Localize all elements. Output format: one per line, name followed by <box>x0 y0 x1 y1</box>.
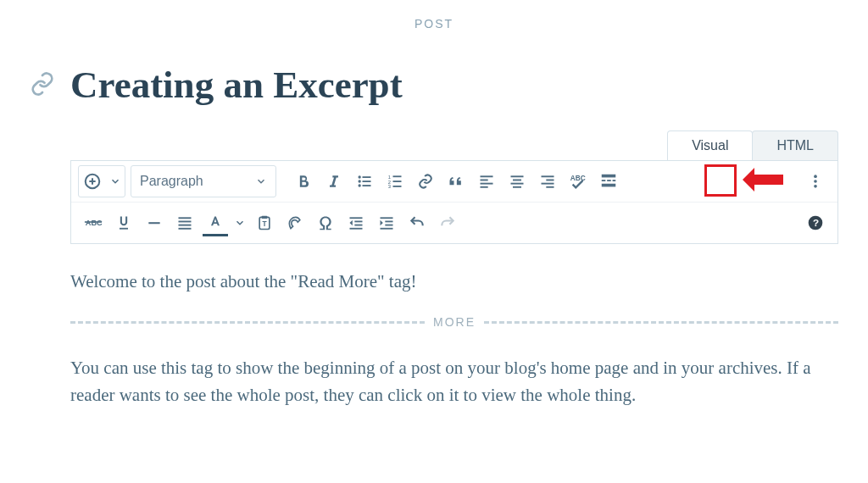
text-color-button[interactable] <box>200 208 231 238</box>
svg-point-33 <box>814 185 817 188</box>
svg-point-31 <box>814 175 817 178</box>
svg-rect-47 <box>354 224 362 225</box>
underline-button[interactable] <box>108 208 139 238</box>
svg-rect-38 <box>179 217 192 219</box>
svg-rect-52 <box>381 227 393 229</box>
svg-rect-24 <box>546 186 554 187</box>
svg-rect-16 <box>481 186 488 187</box>
align-right-button[interactable] <box>532 166 563 197</box>
add-block-menu[interactable] <box>106 167 125 196</box>
svg-rect-14 <box>481 179 488 180</box>
help-button[interactable]: ? <box>800 208 831 238</box>
clear-formatting-button[interactable] <box>280 208 310 238</box>
horizontal-rule-button[interactable] <box>139 208 170 238</box>
toolbar-overflow-button[interactable] <box>800 166 831 197</box>
svg-text:3: 3 <box>388 184 391 189</box>
svg-rect-50 <box>385 220 392 222</box>
redo-button[interactable] <box>432 208 463 238</box>
svg-rect-15 <box>481 182 493 184</box>
block-format-value: Paragraph <box>140 174 203 189</box>
svg-rect-19 <box>511 182 524 184</box>
content-paragraph: You can use this tag to show the beginni… <box>70 354 838 409</box>
numbered-list-button[interactable]: 123 <box>380 166 410 197</box>
add-block-button[interactable] <box>79 167 106 196</box>
blockquote-button[interactable] <box>441 166 471 197</box>
editor-toolbar: Paragraph 123 <box>70 160 838 244</box>
insert-block-group <box>78 165 125 197</box>
svg-rect-36 <box>120 227 128 229</box>
svg-rect-43 <box>262 215 268 218</box>
svg-point-3 <box>359 184 361 186</box>
editor-content[interactable]: Welcome to the post about the "Read More… <box>70 244 838 409</box>
svg-rect-40 <box>179 224 192 225</box>
svg-rect-30 <box>602 183 616 186</box>
svg-rect-18 <box>513 179 521 180</box>
read-more-button[interactable] <box>593 166 624 197</box>
spellcheck-button[interactable]: ABC <box>563 166 593 197</box>
svg-rect-26 <box>602 174 616 177</box>
svg-rect-46 <box>354 220 362 222</box>
svg-point-1 <box>359 175 361 178</box>
bullet-list-button[interactable] <box>349 166 380 197</box>
svg-rect-22 <box>546 179 554 180</box>
special-character-button[interactable] <box>310 208 341 238</box>
read-more-label: MORE <box>433 314 476 332</box>
align-left-button[interactable] <box>471 166 502 197</box>
annotation-arrow <box>743 168 783 192</box>
svg-rect-39 <box>179 220 192 222</box>
svg-point-2 <box>359 180 361 182</box>
svg-rect-23 <box>542 182 554 184</box>
annotation-highlight <box>704 164 737 197</box>
svg-rect-27 <box>602 180 606 181</box>
editor-mode-tabs: Visual HTML <box>70 130 838 160</box>
svg-rect-29 <box>613 180 616 181</box>
svg-rect-13 <box>481 175 493 177</box>
svg-rect-11 <box>393 180 402 182</box>
svg-rect-4 <box>363 176 371 178</box>
svg-rect-51 <box>385 224 392 225</box>
insert-link-button[interactable] <box>410 166 441 197</box>
bold-button[interactable] <box>288 166 319 197</box>
svg-rect-20 <box>513 186 521 187</box>
svg-rect-6 <box>363 185 371 186</box>
tab-html[interactable]: HTML <box>752 130 838 160</box>
post-type-label: POST <box>30 17 838 31</box>
svg-point-32 <box>814 180 817 183</box>
svg-rect-45 <box>350 217 363 219</box>
svg-rect-12 <box>393 186 402 187</box>
outdent-button[interactable] <box>341 208 371 238</box>
read-more-divider[interactable]: MORE <box>70 314 838 332</box>
strikethrough-button[interactable]: ABC <box>78 208 108 238</box>
align-center-button[interactable] <box>502 166 532 197</box>
svg-text:?: ? <box>813 217 819 228</box>
svg-rect-28 <box>607 180 611 181</box>
block-format-select[interactable]: Paragraph <box>131 165 276 197</box>
svg-rect-21 <box>542 175 554 177</box>
align-justify-button[interactable] <box>170 208 200 238</box>
text-color-menu[interactable] <box>231 208 249 238</box>
italic-button[interactable] <box>319 166 349 197</box>
content-paragraph: Welcome to the post about the "Read More… <box>70 268 838 296</box>
svg-rect-49 <box>381 217 393 219</box>
svg-rect-37 <box>148 222 159 224</box>
tab-visual[interactable]: Visual <box>667 130 753 160</box>
svg-rect-41 <box>179 227 192 229</box>
svg-rect-10 <box>393 175 402 177</box>
paste-plain-button[interactable]: T <box>249 208 280 238</box>
post-title[interactable]: Creating an Excerpt <box>70 64 403 107</box>
undo-button[interactable] <box>402 208 432 238</box>
svg-rect-17 <box>511 175 524 177</box>
indent-button[interactable] <box>371 208 402 238</box>
svg-rect-5 <box>363 180 371 182</box>
svg-text:T: T <box>263 219 267 228</box>
svg-rect-35 <box>85 221 102 223</box>
svg-rect-48 <box>350 227 363 229</box>
permalink-icon[interactable] <box>30 71 55 100</box>
